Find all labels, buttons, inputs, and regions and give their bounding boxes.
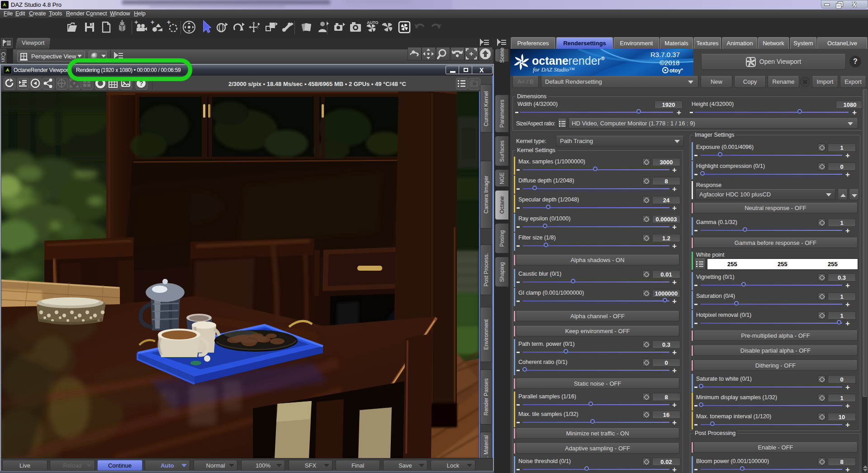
svg-text:octanerender®: octanerender® (532, 54, 605, 67)
svg-text:otoy°: otoy° (669, 67, 683, 74)
svg-text:+: + (151, 19, 154, 26)
svg-text:AUTO: AUTO (367, 20, 378, 25)
svg-text:for DAZ Studio™: for DAZ Studio™ (533, 66, 574, 73)
svg-text:©2018: ©2018 (659, 59, 679, 67)
svg-text:R3.7.0.37: R3.7.0.37 (650, 51, 680, 58)
svg-text:+: + (167, 19, 171, 26)
